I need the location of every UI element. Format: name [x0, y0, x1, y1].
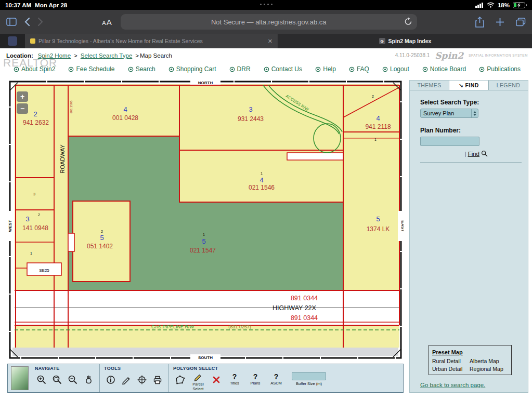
overview-map-thumbnail[interactable] — [11, 366, 29, 390]
preset-urban-detail[interactable]: Urban Detail — [432, 366, 470, 372]
parcel-select-label: Parcel Select — [189, 382, 207, 391]
buffer-size-label: Buffer Size (m) — [296, 381, 322, 386]
polygon-select-group: POLYGON SELECT Parcel Select ? — [168, 364, 330, 392]
find-magnifier-icon[interactable] — [481, 150, 488, 157]
tab-pillar9[interactable]: Pillar 9 Technologies - Alberta's New Ho… — [25, 34, 278, 48]
address-text: Not Secure — alta.registries.gov.ab.ca — [211, 18, 327, 26]
menu-help[interactable]: Help — [315, 65, 336, 73]
back-to-search-link[interactable]: Go back to search page. — [420, 382, 522, 388]
parcel-plan-label: 021 1546 — [249, 184, 275, 191]
parcel-lot-label: 4 — [123, 105, 127, 113]
polygon-tool-icon[interactable] — [173, 372, 187, 388]
zoom-in-tool-icon[interactable] — [35, 372, 48, 388]
plans-query-button[interactable]: ? Plans — [246, 372, 265, 386]
tab-group-icon — [8, 36, 17, 46]
highway-label: HIGHWAY 22X — [273, 304, 316, 312]
menu-publications[interactable]: Publications — [479, 65, 521, 73]
preset-alberta-map[interactable]: Alberta Map — [470, 358, 508, 364]
clear-selection-icon[interactable] — [210, 372, 223, 388]
pan-tool-icon[interactable] — [82, 372, 95, 388]
preset-regional-map[interactable]: Regional Map — [470, 366, 508, 372]
print-tool-icon[interactable] — [151, 372, 164, 388]
tab-legend[interactable]: LEGEND — [489, 81, 528, 90]
menu-search[interactable]: Search — [128, 65, 155, 73]
parcel-lot-label: 2 — [33, 110, 37, 118]
ascm-query-button[interactable]: ? ASCM — [267, 372, 286, 386]
spin2-page: REALTOR Location: Spin2 Home > Select Se… — [0, 48, 532, 398]
menu-faq[interactable]: FAQ — [349, 65, 369, 73]
parcel-lot-label: 5 — [376, 215, 380, 223]
breadcrumb-home-link[interactable]: Spin2 Home — [38, 52, 71, 59]
sidebar-toggle-icon[interactable] — [6, 18, 17, 26]
preset-map-box: Preset Map Rural Detail Alberta Map Urba… — [429, 345, 512, 375]
share-icon[interactable] — [475, 17, 484, 28]
zoom-window-tool-icon[interactable] — [50, 372, 64, 388]
breadcrumb-current: Map Search — [140, 52, 172, 59]
search-panel: THEMES ↘ FIND LEGEND Select Search Type:… — [409, 80, 528, 393]
titles-label: Titles — [230, 381, 239, 386]
preset-rural-detail[interactable]: Rural Detail — [432, 358, 470, 364]
parcel-plan-label: 941 2632 — [23, 119, 49, 126]
question-mark-icon: ? — [253, 372, 258, 381]
parcel-lot-label: 5 — [100, 234, 103, 242]
find-arrow-icon: ↘ — [459, 82, 463, 88]
menu-drr[interactable]: DRR — [229, 65, 251, 73]
menu-contact-us[interactable]: Contact Us — [264, 65, 302, 73]
plan-number-label: Plan Number: — [420, 127, 522, 134]
highway-plan-label: 891 0344 — [291, 314, 318, 322]
menu-logout[interactable]: Logout — [382, 65, 409, 73]
roadway-label: ROADWAY — [59, 144, 66, 174]
battery-icon — [513, 2, 527, 8]
menu-fee-schedule[interactable]: Fee Schedule — [68, 65, 114, 73]
forward-button-icon[interactable] — [37, 17, 44, 26]
highway-plan-label: 891 0344 — [291, 295, 318, 302]
parcel-select-tool[interactable]: Parcel Select — [189, 372, 207, 391]
zoom-in-button[interactable]: + — [17, 91, 28, 102]
tab-title: Spin2 Map Index — [388, 38, 432, 44]
plan-number-input[interactable] — [420, 137, 479, 146]
tab-find[interactable]: ↘ FIND — [449, 81, 489, 90]
parcel-lot-label: 4 — [259, 176, 263, 184]
tab-group-button[interactable] — [0, 34, 25, 48]
parcel-sub-label: 1 — [261, 171, 263, 175]
address-bar[interactable]: Not Secure — alta.registries.gov.ab.ca — [121, 14, 417, 30]
zoom-out-button[interactable]: − — [17, 103, 28, 114]
tab-spin2-map-index[interactable]: G Spin2 Map Index — [278, 34, 532, 48]
spin2-favicon: G — [379, 38, 385, 44]
preset-map-title: Preset Map — [432, 349, 463, 355]
road-plan-corridor — [287, 153, 343, 160]
titles-query-button[interactable]: ? Titles — [225, 372, 244, 386]
tab-themes[interactable]: THEMES — [410, 81, 449, 90]
reader-text-size-button[interactable]: AA — [102, 18, 112, 26]
compass-south: SOUTH — [198, 355, 213, 360]
search-type-select[interactable]: Survey Plan — [420, 109, 478, 118]
tab-overview-icon[interactable] — [516, 18, 526, 26]
spin2-logo-subtitle: SPATIAL INFORMATION SYSTEM — [469, 54, 528, 57]
menu-shopping-cart[interactable]: Shopping Cart — [168, 65, 216, 73]
breadcrumb-search-type-link[interactable]: Select Search Type — [81, 52, 133, 59]
polygon-select-header: POLYGON SELECT — [173, 366, 218, 371]
identify-tool-icon[interactable] — [104, 372, 118, 388]
locate-tool-icon[interactable] — [135, 372, 149, 388]
breadcrumb-separator: > — [74, 52, 77, 59]
question-mark-icon: ? — [274, 372, 279, 381]
measure-tool-icon[interactable] — [120, 372, 133, 388]
breadcrumb: Location: Spin2 Home > Select Search Typ… — [0, 48, 532, 62]
find-button[interactable]: Find — [468, 151, 479, 157]
map-canvas[interactable]: NORTH SOUTH WEST EAST 2 941 2632 4 001 0… — [7, 80, 404, 361]
zoom-out-tool-icon[interactable] — [66, 372, 80, 388]
spin2-logo: Spin2 — [435, 50, 463, 61]
tab-strip: Pillar 9 Technologies - Alberta's New Ho… — [0, 34, 532, 48]
new-tab-icon[interactable] — [496, 18, 504, 26]
menu-notice-board[interactable]: Notice Board — [422, 65, 466, 73]
map-viewport[interactable]: + − — [7, 80, 404, 361]
pipeline-label: GAS PIPELINE R/W — [151, 324, 194, 329]
buffer-size-input[interactable] — [292, 372, 326, 380]
menu-about-spin2[interactable]: About Spin2 — [14, 65, 55, 73]
close-tab-icon[interactable]: ✕ — [268, 38, 273, 45]
highway-corridor — [15, 290, 399, 325]
parcel-sub-label: 2 — [38, 213, 40, 217]
back-button-icon[interactable] — [24, 17, 30, 26]
reload-icon[interactable] — [404, 17, 412, 28]
parcel-lot-label: 4 — [376, 114, 380, 122]
